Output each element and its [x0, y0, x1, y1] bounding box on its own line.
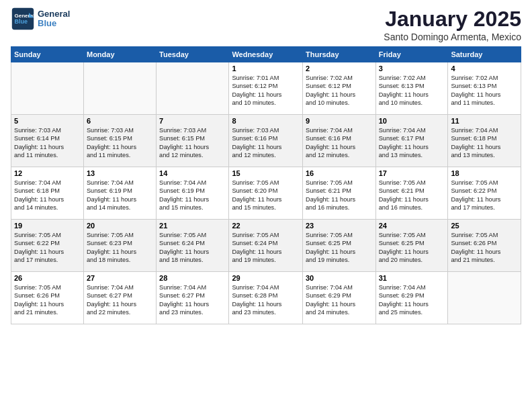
- title-block: January 2025 Santo Domingo Armenta, Mexi…: [384, 7, 521, 42]
- calendar-cell: 13Sunrise: 7:04 AMSunset: 6:19 PMDayligh…: [83, 167, 156, 220]
- weekday-header-tuesday: Tuesday: [157, 47, 229, 62]
- calendar-cell: 9Sunrise: 7:04 AMSunset: 6:16 PMDaylight…: [303, 115, 376, 167]
- day-number: 20: [87, 222, 153, 230]
- day-info: Sunrise: 7:05 AMSunset: 6:25 PMDaylight:…: [379, 231, 445, 265]
- calendar-week-row: 1Sunrise: 7:01 AMSunset: 6:12 PMDaylight…: [11, 62, 521, 115]
- calendar-cell: [83, 62, 156, 115]
- weekday-header-thursday: Thursday: [303, 47, 376, 62]
- day-number: 21: [159, 222, 226, 230]
- day-info: Sunrise: 7:05 AMSunset: 6:26 PMDaylight:…: [14, 283, 81, 317]
- day-info: Sunrise: 7:03 AMSunset: 6:15 PMDaylight:…: [87, 126, 153, 160]
- calendar-week-row: 26Sunrise: 7:05 AMSunset: 6:26 PMDayligh…: [11, 272, 521, 324]
- day-info: Sunrise: 7:03 AMSunset: 6:14 PMDaylight:…: [14, 126, 81, 160]
- logo-line2: Blue: [38, 19, 70, 28]
- day-number: 25: [451, 222, 518, 230]
- weekday-header-friday: Friday: [375, 47, 448, 62]
- day-number: 2: [306, 64, 373, 73]
- calendar-cell: [157, 62, 229, 115]
- day-info: Sunrise: 7:03 AMSunset: 6:15 PMDaylight:…: [159, 126, 226, 160]
- day-info: Sunrise: 7:02 AMSunset: 6:13 PMDaylight:…: [379, 74, 445, 107]
- calendar-cell: 8Sunrise: 7:03 AMSunset: 6:16 PMDaylight…: [229, 115, 303, 167]
- calendar-cell: 26Sunrise: 7:05 AMSunset: 6:26 PMDayligh…: [11, 272, 84, 324]
- logo-icon: General Blue: [11, 7, 35, 31]
- day-number: 22: [232, 222, 300, 230]
- day-number: 10: [379, 117, 445, 125]
- day-info: Sunrise: 7:05 AMSunset: 6:26 PMDaylight:…: [451, 231, 518, 265]
- day-number: 28: [159, 274, 226, 282]
- day-number: 30: [306, 274, 373, 282]
- calendar-week-row: 19Sunrise: 7:05 AMSunset: 6:22 PMDayligh…: [11, 220, 521, 272]
- day-number: 31: [379, 274, 445, 282]
- day-info: Sunrise: 7:03 AMSunset: 6:16 PMDaylight:…: [232, 126, 300, 160]
- day-info: Sunrise: 7:05 AMSunset: 6:25 PMDaylight:…: [306, 231, 373, 265]
- day-info: Sunrise: 7:04 AMSunset: 6:17 PMDaylight:…: [379, 126, 445, 160]
- calendar-cell: 2Sunrise: 7:02 AMSunset: 6:12 PMDaylight…: [303, 62, 376, 115]
- day-info: Sunrise: 7:04 AMSunset: 6:19 PMDaylight:…: [159, 179, 226, 212]
- day-info: Sunrise: 7:04 AMSunset: 6:16 PMDaylight:…: [306, 126, 373, 160]
- header: General Blue General Blue January 2025 S…: [11, 7, 521, 42]
- day-info: Sunrise: 7:04 AMSunset: 6:29 PMDaylight:…: [306, 283, 373, 317]
- calendar-week-row: 12Sunrise: 7:04 AMSunset: 6:18 PMDayligh…: [11, 167, 521, 220]
- day-number: 27: [87, 274, 153, 282]
- calendar-cell: 31Sunrise: 7:04 AMSunset: 6:29 PMDayligh…: [375, 272, 448, 324]
- day-info: Sunrise: 7:01 AMSunset: 6:12 PMDaylight:…: [232, 74, 300, 107]
- calendar-table: SundayMondayTuesdayWednesdayThursdayFrid…: [11, 46, 521, 324]
- day-number: 26: [14, 274, 81, 282]
- day-number: 4: [451, 64, 518, 73]
- logo-line1: General: [38, 9, 70, 19]
- calendar-cell: 6Sunrise: 7:03 AMSunset: 6:15 PMDaylight…: [83, 115, 156, 167]
- calendar-cell: 20Sunrise: 7:05 AMSunset: 6:23 PMDayligh…: [83, 220, 156, 272]
- day-info: Sunrise: 7:04 AMSunset: 6:19 PMDaylight:…: [87, 179, 153, 212]
- calendar-cell: 29Sunrise: 7:04 AMSunset: 6:28 PMDayligh…: [229, 272, 303, 324]
- calendar-cell: 5Sunrise: 7:03 AMSunset: 6:14 PMDaylight…: [11, 115, 84, 167]
- logo: General Blue General Blue: [11, 7, 70, 31]
- day-info: Sunrise: 7:05 AMSunset: 6:20 PMDaylight:…: [232, 179, 300, 212]
- calendar-cell: 3Sunrise: 7:02 AMSunset: 6:13 PMDaylight…: [375, 62, 448, 115]
- calendar-cell: 12Sunrise: 7:04 AMSunset: 6:18 PMDayligh…: [11, 167, 84, 220]
- calendar-cell: 17Sunrise: 7:05 AMSunset: 6:21 PMDayligh…: [375, 167, 448, 220]
- calendar-cell: 10Sunrise: 7:04 AMSunset: 6:17 PMDayligh…: [375, 115, 448, 167]
- day-info: Sunrise: 7:05 AMSunset: 6:22 PMDaylight:…: [451, 179, 518, 212]
- day-info: Sunrise: 7:04 AMSunset: 6:28 PMDaylight:…: [232, 283, 300, 317]
- weekday-header-monday: Monday: [83, 47, 156, 62]
- calendar-cell: 7Sunrise: 7:03 AMSunset: 6:15 PMDaylight…: [157, 115, 229, 167]
- day-info: Sunrise: 7:05 AMSunset: 6:21 PMDaylight:…: [379, 179, 445, 212]
- weekday-header-row: SundayMondayTuesdayWednesdayThursdayFrid…: [11, 47, 521, 62]
- calendar-cell: 24Sunrise: 7:05 AMSunset: 6:25 PMDayligh…: [375, 220, 448, 272]
- calendar-cell: 4Sunrise: 7:02 AMSunset: 6:13 PMDaylight…: [448, 62, 521, 115]
- day-number: 19: [14, 222, 81, 230]
- svg-text:Blue: Blue: [14, 18, 28, 25]
- calendar-cell: 11Sunrise: 7:04 AMSunset: 6:18 PMDayligh…: [448, 115, 521, 167]
- day-info: Sunrise: 7:05 AMSunset: 6:21 PMDaylight:…: [306, 179, 373, 212]
- calendar-cell: 23Sunrise: 7:05 AMSunset: 6:25 PMDayligh…: [303, 220, 376, 272]
- day-info: Sunrise: 7:04 AMSunset: 6:18 PMDaylight:…: [14, 179, 81, 212]
- calendar-cell: [448, 272, 521, 324]
- calendar-cell: 19Sunrise: 7:05 AMSunset: 6:22 PMDayligh…: [11, 220, 84, 272]
- location: Santo Domingo Armenta, Mexico: [384, 32, 521, 42]
- day-number: 6: [87, 117, 153, 125]
- day-number: 8: [232, 117, 300, 125]
- day-number: 17: [379, 169, 445, 177]
- day-info: Sunrise: 7:04 AMSunset: 6:18 PMDaylight:…: [451, 126, 518, 160]
- page: General Blue General Blue January 2025 S…: [0, 0, 532, 411]
- calendar-cell: 1Sunrise: 7:01 AMSunset: 6:12 PMDaylight…: [229, 62, 303, 115]
- day-info: Sunrise: 7:05 AMSunset: 6:22 PMDaylight:…: [14, 231, 81, 265]
- calendar-cell: 28Sunrise: 7:04 AMSunset: 6:27 PMDayligh…: [157, 272, 229, 324]
- calendar-cell: 18Sunrise: 7:05 AMSunset: 6:22 PMDayligh…: [448, 167, 521, 220]
- day-info: Sunrise: 7:02 AMSunset: 6:12 PMDaylight:…: [306, 74, 373, 107]
- day-number: 9: [306, 117, 373, 125]
- day-number: 14: [159, 169, 226, 177]
- day-info: Sunrise: 7:05 AMSunset: 6:23 PMDaylight:…: [87, 231, 153, 265]
- day-number: 23: [306, 222, 373, 230]
- day-number: 15: [232, 169, 300, 177]
- month-title: January 2025: [384, 7, 521, 32]
- day-info: Sunrise: 7:05 AMSunset: 6:24 PMDaylight:…: [159, 231, 226, 265]
- weekday-header-sunday: Sunday: [11, 47, 84, 62]
- logo-text: General Blue: [38, 9, 70, 29]
- day-number: 18: [451, 169, 518, 177]
- weekday-header-saturday: Saturday: [448, 47, 521, 62]
- day-number: 1: [232, 64, 300, 73]
- day-info: Sunrise: 7:02 AMSunset: 6:13 PMDaylight:…: [451, 74, 518, 107]
- calendar-cell: 22Sunrise: 7:05 AMSunset: 6:24 PMDayligh…: [229, 220, 303, 272]
- day-number: 24: [379, 222, 445, 230]
